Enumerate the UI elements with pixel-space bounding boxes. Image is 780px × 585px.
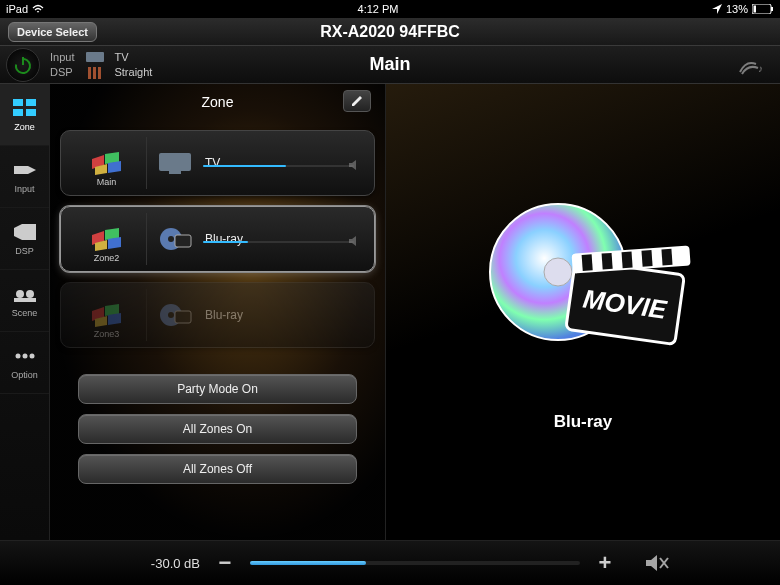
sidebar-item-scene[interactable]: Scene <box>0 270 49 332</box>
zone-tiles-icon <box>91 151 123 175</box>
location-icon <box>712 4 722 14</box>
info-values: TV Straight <box>114 50 152 80</box>
svg-text:♪: ♪ <box>758 63 763 74</box>
dsp-value: Straight <box>114 65 152 80</box>
option-icon <box>12 346 38 366</box>
info-icons <box>84 50 106 80</box>
svg-rect-17 <box>14 298 36 302</box>
volume-up-button[interactable]: + <box>594 552 616 574</box>
svg-rect-10 <box>13 99 23 106</box>
dsp-icon <box>12 222 38 242</box>
battery-icon <box>752 4 774 14</box>
sidebar-item-input[interactable]: Input <box>0 146 49 208</box>
zone-input-label: Blu-ray <box>205 308 243 322</box>
zone-header-title: Zone <box>202 94 234 110</box>
svg-rect-6 <box>88 67 91 79</box>
sidebar-item-option[interactable]: Option <box>0 332 49 394</box>
sidebar: Zone Input DSP Scene Option <box>0 84 50 540</box>
svg-rect-46 <box>602 253 613 270</box>
sidebar-item-label: Zone <box>14 122 35 132</box>
input-bluray-icon <box>155 225 195 253</box>
svg-marker-37 <box>108 313 121 325</box>
volume-icon <box>348 235 362 247</box>
volume-down-button[interactable]: − <box>214 552 236 574</box>
sidebar-item-label: DSP <box>15 246 34 256</box>
svg-marker-30 <box>108 237 121 249</box>
power-button[interactable] <box>6 48 40 82</box>
battery-pct: 13% <box>726 3 748 15</box>
zone-panel: Zone Main TV Zone2 <box>50 84 386 540</box>
zone-card-zone3[interactable]: Zone3 Blu-ray <box>60 282 375 348</box>
clock: 4:12 PM <box>358 3 399 15</box>
input-label: Input <box>50 50 74 65</box>
zone-card-main[interactable]: Main TV <box>60 130 375 196</box>
svg-rect-26 <box>169 171 181 174</box>
svg-rect-40 <box>175 311 191 323</box>
party-mode-button[interactable]: Party Mode On <box>78 374 357 404</box>
svg-rect-14 <box>14 166 28 174</box>
input-tv-icon <box>155 149 195 177</box>
zone-icon <box>12 98 38 118</box>
svg-point-15 <box>16 290 24 298</box>
zone-name: Main <box>97 177 117 187</box>
svg-point-16 <box>26 290 34 298</box>
svg-point-18 <box>15 353 20 358</box>
input-icon <box>12 160 38 180</box>
input-bluray-icon <box>155 301 195 329</box>
sidebar-item-zone[interactable]: Zone <box>0 84 49 146</box>
zone-name: Zone2 <box>94 253 120 263</box>
mute-button[interactable] <box>644 552 670 574</box>
svg-rect-49 <box>661 249 672 266</box>
dsp-source-icon <box>84 66 106 80</box>
carrier-label: iPad <box>6 3 28 15</box>
network-audio-icon: ♪ <box>738 54 768 76</box>
content-label: Blu-ray <box>554 412 613 432</box>
svg-rect-11 <box>26 99 36 106</box>
edit-button[interactable] <box>343 90 371 112</box>
zone-card-zone2[interactable]: Zone2 Blu-ray <box>60 206 375 272</box>
wifi-icon <box>32 4 44 14</box>
status-bar: iPad 4:12 PM 13% <box>0 0 780 18</box>
svg-rect-47 <box>622 252 633 269</box>
svg-rect-45 <box>582 254 593 271</box>
page-title: RX-A2020 94FFBC <box>0 23 780 41</box>
svg-rect-1 <box>754 6 757 13</box>
sidebar-item-label: Option <box>11 370 38 380</box>
svg-rect-2 <box>771 7 773 11</box>
all-zones-off-button[interactable]: All Zones Off <box>78 454 357 484</box>
sidebar-item-label: Input <box>14 184 34 194</box>
title-bar: Device Select RX-A2020 94FFBC <box>0 18 780 46</box>
zone-tiles-icon <box>91 303 123 327</box>
input-value: TV <box>114 50 152 65</box>
svg-point-32 <box>168 236 174 242</box>
svg-rect-33 <box>175 235 191 247</box>
svg-rect-7 <box>93 67 96 79</box>
zone-input-label: TV <box>205 156 220 170</box>
zone-input-label: Blu-ray <box>205 232 243 246</box>
sidebar-item-dsp[interactable]: DSP <box>0 208 49 270</box>
bottom-bar: -30.0 dB − + <box>0 540 780 585</box>
input-source-icon <box>84 50 106 64</box>
dsp-label: DSP <box>50 65 74 80</box>
svg-rect-48 <box>641 250 652 267</box>
svg-point-42 <box>544 258 572 286</box>
svg-point-39 <box>168 312 174 318</box>
volume-icon <box>348 159 362 171</box>
zone-volume-bar[interactable] <box>203 241 354 243</box>
sidebar-item-label: Scene <box>12 308 38 318</box>
svg-rect-8 <box>98 67 101 79</box>
zone-tiles-icon <box>91 227 123 251</box>
pencil-icon <box>350 94 364 108</box>
all-zones-on-button[interactable]: All Zones On <box>78 414 357 444</box>
volume-fill <box>250 561 366 565</box>
info-labels: Input DSP <box>50 50 74 80</box>
device-select-button[interactable]: Device Select <box>8 22 97 42</box>
power-icon <box>13 55 33 75</box>
svg-point-19 <box>22 353 27 358</box>
content-area: MOVIE Blu-ray <box>386 84 780 540</box>
svg-point-20 <box>29 353 34 358</box>
svg-marker-24 <box>108 161 121 173</box>
volume-slider[interactable] <box>250 561 580 565</box>
zone-volume-bar[interactable] <box>203 165 354 167</box>
volume-db: -30.0 dB <box>110 556 200 571</box>
